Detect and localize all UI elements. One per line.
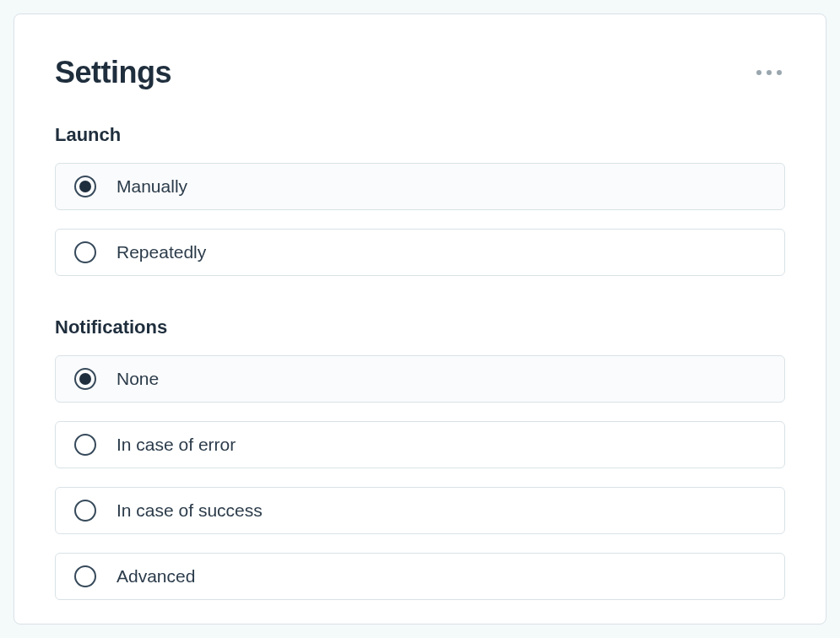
launch-option-repeatedly[interactable]: Repeatedly [55, 229, 785, 276]
radio-icon [74, 368, 96, 390]
ellipsis-icon [756, 70, 761, 75]
card-header: Settings [55, 55, 785, 90]
ellipsis-icon [767, 70, 772, 75]
option-label: Repeatedly [117, 242, 206, 262]
page-title: Settings [55, 55, 171, 90]
launch-heading: Launch [55, 124, 785, 146]
radio-icon [74, 565, 96, 587]
notifications-option-advanced[interactable]: Advanced [55, 553, 785, 600]
option-label: Manually [117, 176, 187, 197]
radio-icon [74, 434, 96, 456]
settings-card: Settings Launch Manually Repeatedly Noti… [14, 14, 826, 624]
launch-options: Manually Repeatedly [55, 163, 785, 276]
notifications-option-error[interactable]: In case of error [55, 421, 785, 468]
radio-icon [74, 500, 96, 522]
option-label: None [117, 369, 159, 389]
radio-icon [74, 176, 96, 197]
notifications-option-success[interactable]: In case of success [55, 487, 785, 534]
notifications-heading: Notifications [55, 316, 785, 338]
option-label: Advanced [117, 566, 195, 587]
ellipsis-icon [777, 70, 782, 75]
launch-option-manually[interactable]: Manually [55, 163, 785, 210]
notifications-options: None In case of error In case of success… [55, 355, 785, 600]
radio-icon [74, 241, 96, 263]
more-options-button[interactable] [753, 67, 785, 78]
option-label: In case of error [117, 435, 236, 455]
option-label: In case of success [117, 500, 263, 521]
notifications-option-none[interactable]: None [55, 355, 785, 403]
